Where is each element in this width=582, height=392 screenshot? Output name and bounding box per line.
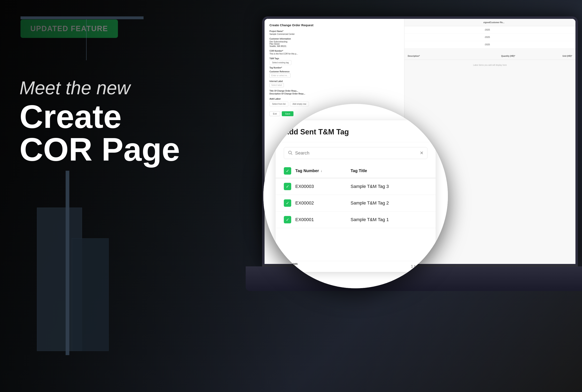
project-name-value: Sample Commercial Center <box>269 33 399 35</box>
table-row: /2025 <box>404 26 575 34</box>
tag-number-cell-1: EX00003 <box>295 184 347 189</box>
title-change-label: Title Of Change Order Requ... <box>269 90 399 92</box>
modal-table-header: ✓ Tag Number ↓ Tag Title <box>276 164 436 178</box>
header-checkbox[interactable]: ✓ <box>284 167 291 174</box>
tag-number-col-header: Tag Number ↓ <box>295 168 347 173</box>
customer-info-label: Customer Information <box>269 38 399 40</box>
labor-empty-message: Labor items you add will display here <box>404 60 575 70</box>
modal-header: Add Sent T&M Tag <box>276 120 436 142</box>
headline-create: Create <box>20 100 180 133</box>
building-2 <box>72 238 109 351</box>
description-change-label: Description Of Change Order Requ... <box>269 92 399 95</box>
sort-arrow-icon[interactable]: ↓ <box>321 169 322 173</box>
table-row: /2025 <box>404 41 575 48</box>
signed-value-2: /2025 <box>408 36 490 38</box>
table-row[interactable]: ✓ EX00003 Sample T&M Tag 3 <box>276 178 436 195</box>
select-existing-tag-button[interactable]: Select existing tag <box>269 60 292 65</box>
search-bar[interactable]: ✕ <box>284 147 427 159</box>
crane-horizontal <box>21 16 144 19</box>
crane-vertical <box>66 171 69 355</box>
tag-number-cell-2: EX00002 <box>295 200 347 206</box>
headline-cor-page: COR Page <box>20 133 180 166</box>
cor-number-hint: This is the first COR for this p... <box>269 53 399 55</box>
labor-table-header: Description* Quantity (HR)* Unit (HR)* <box>404 52 575 60</box>
table-row[interactable]: ✓ EX00002 Sample T&M Tag 2 <box>276 195 436 212</box>
crane-cable <box>86 19 87 60</box>
customer-line1: Dev Subcontracting <box>269 40 287 43</box>
tag-title-col-header: Tag Title <box>351 168 427 173</box>
tag-title-cell-2: Sample T&M Tag 2 <box>351 200 427 206</box>
left-text-block: Meet the new Create COR Page <box>20 78 180 166</box>
tag-number-cell-3: EX00001 <box>295 217 347 222</box>
table-row: /2025 <box>404 34 575 41</box>
customer-info-value: Dev Subcontracting Pike Street Seattle, … <box>269 40 399 47</box>
select-from-label: Select from <box>280 262 298 266</box>
customer-line2: Pike Street <box>269 43 279 45</box>
signed-value-1: /2025 <box>408 29 490 31</box>
signed-value-3: /2025 <box>408 44 490 46</box>
circle-magnify: Add Sent T&M Tag ✕ ✓ Tag Number <box>263 104 448 288</box>
svg-point-0 <box>288 151 292 154</box>
check-icon: ✓ <box>286 168 289 173</box>
tag-number-label: Tag Number <box>295 168 319 173</box>
modal-dialog: Add Sent T&M Tag ✕ ✓ Tag Number <box>276 120 436 272</box>
internal-label-label: Internal Label <box>269 80 399 82</box>
search-input[interactable] <box>295 150 417 156</box>
modal-table: ✓ Tag Number ↓ Tag Title ✓ EX00003 Sampl… <box>276 164 436 261</box>
check-icon: ✓ <box>286 184 289 189</box>
add-labor-title: Add Labor <box>269 98 399 100</box>
customer-value-2 <box>490 36 572 38</box>
row-checkbox-1[interactable]: ✓ <box>284 183 291 190</box>
check-icon: ✓ <box>286 200 289 206</box>
pagination-info: 1 to 3 of 3 <box>411 264 427 268</box>
row-checkbox-2[interactable]: ✓ <box>284 200 291 207</box>
signed-col-header: signed <box>408 21 490 24</box>
right-table-header: signed Customer Re... <box>404 19 575 26</box>
check-icon: ✓ <box>286 217 289 222</box>
customer-reference-input[interactable]: Enter or select re... <box>269 73 290 78</box>
customer-reference-label: Customer Reference <box>269 70 399 73</box>
search-icon <box>288 150 293 156</box>
quantity-col-header: Quantity (HR)* <box>461 55 515 57</box>
customer-line3: Seattle, WA 98101 <box>269 45 286 47</box>
unit-col-header: Unit (HR)* <box>518 55 572 57</box>
tm-tags-label: T&M Tags <box>269 58 399 60</box>
tag-title-cell-3: Sample T&M Tag 1 <box>351 217 427 222</box>
customer-value-3 <box>490 44 572 46</box>
customer-col-header: Customer Re... <box>490 21 572 24</box>
tag-number-label: Tag Number* <box>269 66 399 69</box>
row-checkbox-3[interactable]: ✓ <box>284 216 291 223</box>
modal-title: Add Sent T&M Tag <box>284 128 427 136</box>
project-name-label: Project Name* <box>269 30 399 32</box>
tag-title-cell-1: Sample T&M Tag 3 <box>351 184 427 189</box>
customer-value-1 <box>490 29 572 31</box>
internal-label-input[interactable]: Select label <box>269 83 284 87</box>
modal-footer: 1 to 3 of 3 <box>276 261 436 272</box>
table-row[interactable]: ✓ EX00001 Sample T&M Tag 1 <box>276 212 436 228</box>
close-icon[interactable]: ✕ <box>420 150 423 156</box>
description-col-header: Description* <box>408 55 461 57</box>
right-table-rows: /2025 /2025 /2025 <box>404 26 575 48</box>
svg-line-1 <box>291 154 292 155</box>
form-title: Create Change Order Request <box>269 23 399 27</box>
cor-number-label: COR Number* <box>269 50 399 52</box>
headline-italic: Meet the new <box>20 78 180 98</box>
